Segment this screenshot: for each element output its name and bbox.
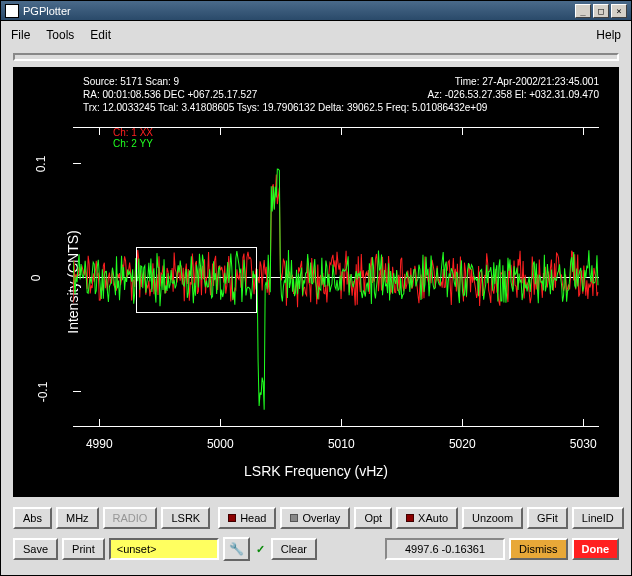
xtick: 5000 bbox=[207, 437, 234, 451]
x-axis-label: LSRK Frequency (vHz) bbox=[244, 463, 388, 479]
separator bbox=[13, 53, 619, 61]
wrench-button[interactable]: 🔧 bbox=[223, 537, 250, 561]
lsrk-button[interactable]: LSRK bbox=[161, 507, 210, 529]
clear-button[interactable]: Clear bbox=[271, 538, 317, 560]
abs-button[interactable]: Abs bbox=[13, 507, 52, 529]
app-icon bbox=[5, 4, 19, 18]
check-icon: ✓ bbox=[254, 543, 267, 556]
gfit-button[interactable]: GFit bbox=[527, 507, 568, 529]
head-button[interactable]: Head bbox=[218, 507, 276, 529]
unzoom-button[interactable]: Unzoom bbox=[462, 507, 523, 529]
header-trx: Trx: 12.0033245 Tcal: 3.41808605 Tsys: 1… bbox=[83, 101, 599, 114]
opt-button[interactable]: Opt bbox=[354, 507, 392, 529]
minimize-button[interactable]: _ bbox=[575, 4, 591, 18]
ytick: 0.1 bbox=[34, 156, 48, 173]
radio-button[interactable]: RADIO bbox=[103, 507, 158, 529]
ytick: 0 bbox=[29, 275, 43, 282]
header-azel: Az: -026.53.27.358 El: +032.31.09.470 bbox=[427, 88, 599, 101]
menu-edit[interactable]: Edit bbox=[90, 28, 111, 42]
ytick: -0.1 bbox=[36, 382, 50, 403]
titlebar: PGPlotter _ □ × bbox=[1, 1, 631, 21]
done-button[interactable]: Done bbox=[572, 538, 620, 560]
xtick: 5010 bbox=[328, 437, 355, 451]
filename-input[interactable]: <unset> bbox=[109, 538, 219, 560]
selection-box bbox=[136, 247, 257, 313]
xauto-button[interactable]: XAuto bbox=[396, 507, 458, 529]
maximize-button[interactable]: □ bbox=[593, 4, 609, 18]
led-icon bbox=[228, 514, 236, 522]
menu-file[interactable]: File bbox=[11, 28, 30, 42]
menubar: File Tools Edit Help bbox=[1, 21, 631, 49]
close-button[interactable]: × bbox=[611, 4, 627, 18]
plot-area[interactable]: Source: 5171 Scan: 9Time: 27-Apr-2002/21… bbox=[13, 67, 619, 497]
plot-header: Source: 5171 Scan: 9Time: 27-Apr-2002/21… bbox=[83, 75, 599, 114]
dismiss-button[interactable]: Dismiss bbox=[509, 538, 568, 560]
header-radec: RA: 00:01:08.536 DEC +067.25.17.527 bbox=[83, 88, 257, 101]
axes: -0.1 0 0.1 4990 5000 5010 5020 5030 bbox=[73, 127, 599, 427]
overlay-button[interactable]: Overlay bbox=[280, 507, 350, 529]
mhz-button[interactable]: MHz bbox=[56, 507, 99, 529]
save-button[interactable]: Save bbox=[13, 538, 58, 560]
led-icon bbox=[406, 514, 414, 522]
header-source: Source: 5171 Scan: 9 bbox=[83, 75, 179, 88]
xtick: 5020 bbox=[449, 437, 476, 451]
lineid-button[interactable]: LineID bbox=[572, 507, 624, 529]
cursor-status: 4997.6 -0.16361 bbox=[385, 538, 505, 560]
toolbar-row-1: Abs MHz RADIO LSRK Head Overlay Opt XAut… bbox=[1, 503, 631, 533]
menu-help[interactable]: Help bbox=[596, 28, 621, 42]
xtick: 4990 bbox=[86, 437, 113, 451]
xtick: 5030 bbox=[570, 437, 597, 451]
led-icon bbox=[290, 514, 298, 522]
toolbar-row-2: Save Print <unset> 🔧 ✓ Clear 4997.6 -0.1… bbox=[1, 533, 631, 565]
print-button[interactable]: Print bbox=[62, 538, 105, 560]
menu-tools[interactable]: Tools bbox=[46, 28, 74, 42]
header-time: Time: 27-Apr-2002/21:23:45.001 bbox=[455, 75, 599, 88]
wrench-icon: 🔧 bbox=[229, 542, 244, 556]
window-title: PGPlotter bbox=[23, 5, 575, 17]
